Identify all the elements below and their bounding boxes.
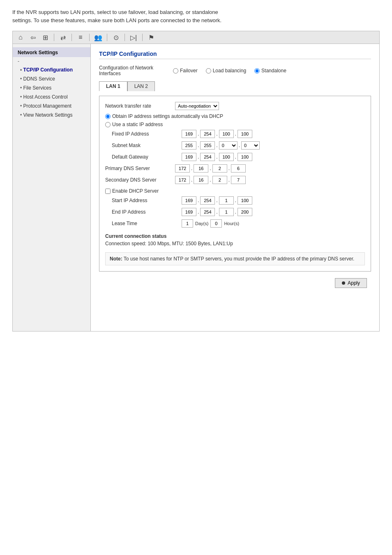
dhcp-server-section: Enable DHCP Server Start IP Address . . … [105,188,365,228]
intro-text: If the NVR supports two LAN ports, selec… [12,8,380,24]
default-gw-value: . . . [182,153,252,161]
end-ip-d[interactable] [238,208,252,216]
gw-a[interactable] [182,153,196,161]
end-ip-row: End IP Address . . . [112,208,365,216]
subnet-c-select[interactable]: 0 255 [219,141,238,150]
end-ip-b[interactable] [200,208,215,216]
sep5 [125,34,125,41]
subnet-mask-label: Subnet Mask [112,143,182,148]
subnet-b[interactable] [200,141,215,150]
lease-time-label: Lease Time [112,221,182,226]
fixed-ip-row: Fixed IP Address . . . [112,130,365,138]
main-layout: Network Settings - TCP/IP Configuration … [12,44,380,332]
subnet-a[interactable] [182,141,196,150]
tab-lan1[interactable]: LAN 1 [99,81,127,91]
page-wrapper: If the NVR supports two LAN ports, selec… [0,0,392,555]
radio-failover-input[interactable] [173,68,178,74]
subnet-mask-value: . . 0 255 . 0 128 [182,141,260,150]
static-radio-input[interactable] [105,122,111,127]
apply-label: Apply [348,280,360,286]
fixed-ip-c[interactable] [219,130,234,138]
radio-loadbalancing[interactable]: Load balancing [206,68,246,74]
sdns-b[interactable] [194,176,208,184]
fixed-ip-d[interactable] [238,130,252,138]
sidebar-item-protocol[interactable]: Protocol Management [13,101,90,111]
sdns-a[interactable] [175,176,190,184]
lease-days-label: Day(s) [195,221,208,226]
lease-days-input[interactable] [182,219,193,228]
pdns-c[interactable] [212,164,227,173]
sidebar-item-ddns[interactable]: DDNS Service [13,74,90,83]
secondary-dns-label: Secondary DNS Server [105,177,175,183]
sidebar-item-ddns-label: DDNS Service [23,76,55,82]
primary-dns-value: . . . [175,164,246,173]
sep4 [107,34,107,41]
pdns-d[interactable] [231,164,246,173]
sidebar-item-protocol-label: Protocol Management [23,103,71,109]
transfer-rate-label: Network transfer rate [105,103,175,109]
sidebar-item-hostaccess-label: Host Access Control [23,94,68,100]
lease-hours-input[interactable] [210,219,222,228]
static-radio-option: Use a static IP address [105,122,365,127]
transfer-icon[interactable]: ⇄ [58,33,67,42]
pages-icon[interactable]: ⊞ [41,33,50,42]
fixed-ip-b[interactable] [200,130,215,138]
end-ip-label: End IP Address [112,209,182,215]
gw-c[interactable] [219,153,234,161]
sidebar-item-tcpip[interactable]: TCP/IP Configuration [13,65,90,74]
start-ip-d[interactable] [238,196,252,205]
connection-status-value: Connection speed: 100 Mbps, MTU: 1500 By… [105,241,365,246]
sdns-d[interactable] [231,176,246,184]
enable-dhcp-option: Enable DHCP Server [105,188,365,194]
users-icon[interactable]: 👥 [94,33,103,42]
end-ip-value: . . . [182,208,252,216]
config-label: Configuration of Network Interfaces [99,65,173,76]
gw-d[interactable] [238,153,252,161]
note-prefix: Note: [110,256,122,262]
end-ip-c[interactable] [219,208,234,216]
pdns-b[interactable] [194,164,208,173]
pdns-a[interactable] [175,164,190,173]
radio-loadbalancing-input[interactable] [206,68,211,74]
radio-standalone[interactable]: Standalone [254,68,286,74]
subnet-d-select[interactable]: 0 128 [241,141,260,150]
flag-icon[interactable]: ⚑ [147,33,156,42]
radio-group: Failover Load balancing Standalone [173,68,286,74]
start-ip-c[interactable] [219,196,234,205]
apply-button[interactable]: Apply [335,278,367,288]
camera-icon[interactable]: ⊙ [111,33,120,42]
list-icon[interactable]: ≡ [76,33,85,42]
default-gw-label: Default Gateway [112,154,182,160]
sidebar-item-viewnet[interactable]: View Network Settings [13,111,90,120]
transfer-rate-row: Network transfer rate Auto-negotiation 1… [105,102,365,110]
radio-failover[interactable]: Failover [173,68,198,74]
arrow-icon[interactable]: ⇦ [28,33,37,42]
tab-lan2[interactable]: LAN 2 [127,81,155,91]
sidebar-item-hostaccess[interactable]: Host Access Control [13,92,90,101]
start-ip-b[interactable] [200,196,215,205]
sdns-c[interactable] [212,176,227,184]
sidebar-dash: - [13,57,90,65]
sep3 [89,34,90,41]
dhcp-radio-input[interactable] [105,114,111,119]
fixed-ip-a[interactable] [182,130,196,138]
home-icon[interactable]: ⌂ [16,33,25,42]
connection-status-label: Current connection status [105,233,365,239]
start-ip-label: Start IP Address [112,198,182,203]
start-ip-a[interactable] [182,196,196,205]
radio-standalone-input[interactable] [254,68,260,74]
sidebar-item-file[interactable]: File Services [13,83,90,92]
secondary-dns-value: . . . [175,176,246,184]
enable-dhcp-checkbox[interactable] [105,189,111,194]
enable-dhcp-label: Enable DHCP Server [112,188,159,194]
primary-dns-row: Primary DNS Server . . . [105,164,365,173]
forward-icon[interactable]: ▷| [129,33,138,42]
transfer-rate-select[interactable]: Auto-negotiation 10 Mbps Full 100 Mbps F… [175,102,219,110]
connection-status: Current connection status Connection spe… [105,233,365,246]
sidebar-item-viewnet-label: View Network Settings [23,112,73,118]
end-ip-a[interactable] [182,208,196,216]
transfer-rate-value: Auto-negotiation 10 Mbps Full 100 Mbps F… [175,102,219,110]
gw-b[interactable] [200,153,215,161]
lease-hours-label: Hour(s) [224,221,239,226]
primary-dns-label: Primary DNS Server [105,166,175,171]
